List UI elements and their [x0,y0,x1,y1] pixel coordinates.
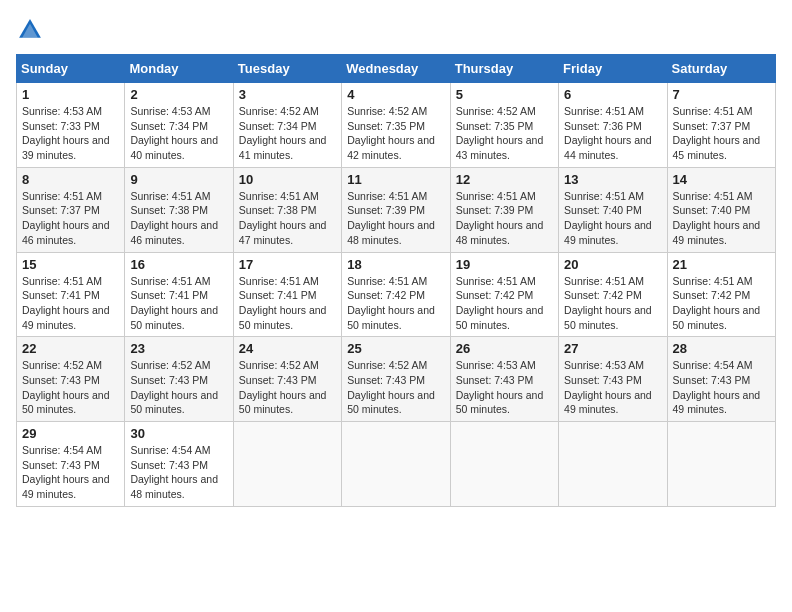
weekday-header: Wednesday [342,55,450,83]
calendar-cell: 12 Sunrise: 4:51 AM Sunset: 7:39 PM Dayl… [450,167,558,252]
day-number: 9 [130,172,227,187]
calendar-cell: 11 Sunrise: 4:51 AM Sunset: 7:39 PM Dayl… [342,167,450,252]
day-number: 6 [564,87,661,102]
logo [16,16,48,44]
day-info: Sunrise: 4:53 AM Sunset: 7:33 PM Dayligh… [22,104,119,163]
calendar-cell [559,422,667,507]
calendar-cell: 15 Sunrise: 4:51 AM Sunset: 7:41 PM Dayl… [17,252,125,337]
day-number: 27 [564,341,661,356]
day-info: Sunrise: 4:51 AM Sunset: 7:42 PM Dayligh… [673,274,770,333]
calendar-cell: 26 Sunrise: 4:53 AM Sunset: 7:43 PM Dayl… [450,337,558,422]
day-info: Sunrise: 4:52 AM Sunset: 7:34 PM Dayligh… [239,104,336,163]
day-info: Sunrise: 4:52 AM Sunset: 7:43 PM Dayligh… [22,358,119,417]
day-number: 20 [564,257,661,272]
day-number: 12 [456,172,553,187]
day-number: 8 [22,172,119,187]
calendar-cell: 6 Sunrise: 4:51 AM Sunset: 7:36 PM Dayli… [559,83,667,168]
weekday-header: Friday [559,55,667,83]
day-info: Sunrise: 4:54 AM Sunset: 7:43 PM Dayligh… [22,443,119,502]
day-info: Sunrise: 4:51 AM Sunset: 7:41 PM Dayligh… [239,274,336,333]
calendar-cell [450,422,558,507]
calendar-week-row: 1 Sunrise: 4:53 AM Sunset: 7:33 PM Dayli… [17,83,776,168]
day-info: Sunrise: 4:51 AM Sunset: 7:39 PM Dayligh… [456,189,553,248]
calendar-cell: 28 Sunrise: 4:54 AM Sunset: 7:43 PM Dayl… [667,337,775,422]
calendar-cell [233,422,341,507]
calendar-cell: 3 Sunrise: 4:52 AM Sunset: 7:34 PM Dayli… [233,83,341,168]
calendar-week-row: 22 Sunrise: 4:52 AM Sunset: 7:43 PM Dayl… [17,337,776,422]
day-info: Sunrise: 4:52 AM Sunset: 7:43 PM Dayligh… [130,358,227,417]
day-number: 10 [239,172,336,187]
day-info: Sunrise: 4:54 AM Sunset: 7:43 PM Dayligh… [673,358,770,417]
day-number: 1 [22,87,119,102]
calendar-cell: 19 Sunrise: 4:51 AM Sunset: 7:42 PM Dayl… [450,252,558,337]
calendar-cell: 30 Sunrise: 4:54 AM Sunset: 7:43 PM Dayl… [125,422,233,507]
calendar-cell: 24 Sunrise: 4:52 AM Sunset: 7:43 PM Dayl… [233,337,341,422]
day-info: Sunrise: 4:52 AM Sunset: 7:43 PM Dayligh… [239,358,336,417]
day-number: 13 [564,172,661,187]
day-info: Sunrise: 4:51 AM Sunset: 7:39 PM Dayligh… [347,189,444,248]
weekday-header: Saturday [667,55,775,83]
calendar-cell: 21 Sunrise: 4:51 AM Sunset: 7:42 PM Dayl… [667,252,775,337]
calendar-week-row: 8 Sunrise: 4:51 AM Sunset: 7:37 PM Dayli… [17,167,776,252]
day-info: Sunrise: 4:53 AM Sunset: 7:43 PM Dayligh… [456,358,553,417]
day-info: Sunrise: 4:51 AM Sunset: 7:42 PM Dayligh… [347,274,444,333]
day-number: 26 [456,341,553,356]
day-info: Sunrise: 4:53 AM Sunset: 7:34 PM Dayligh… [130,104,227,163]
weekday-header: Thursday [450,55,558,83]
day-number: 3 [239,87,336,102]
calendar-week-row: 15 Sunrise: 4:51 AM Sunset: 7:41 PM Dayl… [17,252,776,337]
calendar-week-row: 29 Sunrise: 4:54 AM Sunset: 7:43 PM Dayl… [17,422,776,507]
day-number: 15 [22,257,119,272]
calendar-cell: 9 Sunrise: 4:51 AM Sunset: 7:38 PM Dayli… [125,167,233,252]
calendar-cell: 23 Sunrise: 4:52 AM Sunset: 7:43 PM Dayl… [125,337,233,422]
calendar-cell: 7 Sunrise: 4:51 AM Sunset: 7:37 PM Dayli… [667,83,775,168]
day-info: Sunrise: 4:51 AM Sunset: 7:41 PM Dayligh… [130,274,227,333]
calendar-cell: 13 Sunrise: 4:51 AM Sunset: 7:40 PM Dayl… [559,167,667,252]
calendar-cell [667,422,775,507]
day-number: 18 [347,257,444,272]
day-info: Sunrise: 4:51 AM Sunset: 7:38 PM Dayligh… [239,189,336,248]
day-number: 4 [347,87,444,102]
calendar-cell: 4 Sunrise: 4:52 AM Sunset: 7:35 PM Dayli… [342,83,450,168]
day-info: Sunrise: 4:51 AM Sunset: 7:42 PM Dayligh… [564,274,661,333]
day-number: 25 [347,341,444,356]
day-number: 22 [22,341,119,356]
day-info: Sunrise: 4:51 AM Sunset: 7:38 PM Dayligh… [130,189,227,248]
calendar-cell [342,422,450,507]
day-number: 30 [130,426,227,441]
calendar-cell: 17 Sunrise: 4:51 AM Sunset: 7:41 PM Dayl… [233,252,341,337]
calendar-cell: 22 Sunrise: 4:52 AM Sunset: 7:43 PM Dayl… [17,337,125,422]
day-info: Sunrise: 4:51 AM Sunset: 7:41 PM Dayligh… [22,274,119,333]
day-number: 24 [239,341,336,356]
logo-icon [16,16,44,44]
day-info: Sunrise: 4:54 AM Sunset: 7:43 PM Dayligh… [130,443,227,502]
day-number: 16 [130,257,227,272]
day-info: Sunrise: 4:51 AM Sunset: 7:40 PM Dayligh… [564,189,661,248]
calendar-cell: 10 Sunrise: 4:51 AM Sunset: 7:38 PM Dayl… [233,167,341,252]
day-info: Sunrise: 4:51 AM Sunset: 7:40 PM Dayligh… [673,189,770,248]
day-info: Sunrise: 4:52 AM Sunset: 7:35 PM Dayligh… [347,104,444,163]
weekday-header: Tuesday [233,55,341,83]
day-number: 21 [673,257,770,272]
weekday-header: Sunday [17,55,125,83]
day-number: 11 [347,172,444,187]
day-number: 23 [130,341,227,356]
day-number: 2 [130,87,227,102]
day-info: Sunrise: 4:51 AM Sunset: 7:42 PM Dayligh… [456,274,553,333]
day-info: Sunrise: 4:51 AM Sunset: 7:37 PM Dayligh… [673,104,770,163]
page-header [16,16,776,44]
calendar-cell: 5 Sunrise: 4:52 AM Sunset: 7:35 PM Dayli… [450,83,558,168]
day-info: Sunrise: 4:52 AM Sunset: 7:43 PM Dayligh… [347,358,444,417]
calendar-cell: 16 Sunrise: 4:51 AM Sunset: 7:41 PM Dayl… [125,252,233,337]
calendar-table: SundayMondayTuesdayWednesdayThursdayFrid… [16,54,776,507]
day-number: 19 [456,257,553,272]
calendar-cell: 1 Sunrise: 4:53 AM Sunset: 7:33 PM Dayli… [17,83,125,168]
day-number: 17 [239,257,336,272]
day-number: 7 [673,87,770,102]
calendar-cell: 18 Sunrise: 4:51 AM Sunset: 7:42 PM Dayl… [342,252,450,337]
calendar-cell: 27 Sunrise: 4:53 AM Sunset: 7:43 PM Dayl… [559,337,667,422]
day-info: Sunrise: 4:51 AM Sunset: 7:36 PM Dayligh… [564,104,661,163]
day-info: Sunrise: 4:51 AM Sunset: 7:37 PM Dayligh… [22,189,119,248]
weekday-header: Monday [125,55,233,83]
day-number: 5 [456,87,553,102]
